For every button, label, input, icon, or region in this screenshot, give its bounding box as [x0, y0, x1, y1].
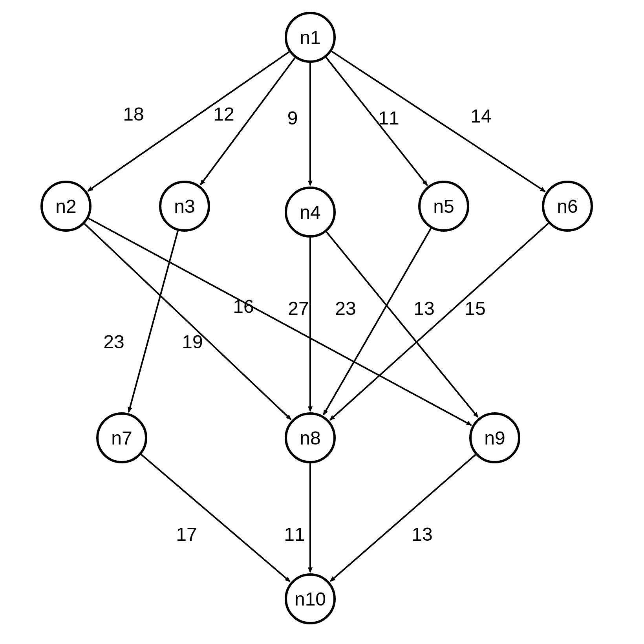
node-label-n8: n8 — [300, 428, 320, 448]
node-n7: n7 — [97, 413, 146, 462]
edge-weight-n6-n8: 15 — [465, 298, 485, 319]
node-label-n9: n9 — [484, 428, 505, 448]
node-label-n1: n1 — [300, 27, 320, 48]
edge-n1-n6 — [331, 51, 545, 192]
node-n4: n4 — [286, 188, 335, 236]
node-label-n4: n4 — [300, 202, 320, 223]
edge-weight-n4-n8: 27 — [288, 298, 309, 319]
node-n8: n8 — [286, 413, 335, 462]
edge-labels-layer: 18129111419162327231315171113 — [103, 104, 491, 545]
node-label-n3: n3 — [174, 196, 195, 217]
edge-weight-n5-n8: 13 — [413, 298, 434, 319]
edge-weight-n1-n2: 18 — [123, 104, 144, 124]
node-n10: n10 — [286, 574, 335, 623]
edge-n1-n2 — [88, 52, 289, 191]
edge-weight-n4-n9: 23 — [335, 298, 356, 319]
edge-weight-n1-n6: 14 — [470, 106, 491, 126]
node-label-n10: n10 — [295, 589, 326, 609]
edge-weight-n7-n10: 17 — [176, 524, 197, 545]
edge-n5-n8 — [324, 228, 431, 415]
edge-weight-n2-n8: 19 — [182, 331, 203, 352]
node-n5: n5 — [419, 182, 468, 231]
edge-n9-n10 — [330, 455, 476, 582]
edge-weight-n8-n10: 11 — [284, 524, 305, 545]
edge-weight-n3-n7: 23 — [103, 331, 124, 352]
edge-weight-n1-n4: 9 — [287, 108, 298, 128]
node-n3: n3 — [160, 182, 209, 231]
edge-weight-n1-n5: 11 — [378, 108, 399, 128]
edge-n7-n10 — [141, 454, 290, 582]
edge-weight-n2-n9: 16 — [233, 296, 254, 317]
node-label-n7: n7 — [111, 428, 132, 448]
edge-n2-n8 — [84, 224, 291, 419]
node-label-n5: n5 — [433, 196, 454, 217]
graph-diagram: 18129111419162327231315171113 n1n2n3n4n5… — [0, 0, 644, 644]
edge-n6-n8 — [330, 223, 549, 420]
edge-weight-n1-n3: 12 — [213, 104, 234, 124]
edge-n1-n5 — [326, 57, 427, 185]
node-label-n6: n6 — [557, 196, 578, 217]
edge-n3-n7 — [129, 231, 178, 412]
node-n1: n1 — [286, 13, 335, 62]
node-n6: n6 — [543, 182, 592, 231]
edge-weight-n9-n10: 13 — [412, 524, 432, 545]
edge-n4-n9 — [326, 232, 478, 417]
node-label-n2: n2 — [55, 196, 76, 217]
node-n2: n2 — [42, 182, 90, 231]
edge-n2-n9 — [88, 218, 471, 425]
node-n9: n9 — [470, 413, 519, 462]
